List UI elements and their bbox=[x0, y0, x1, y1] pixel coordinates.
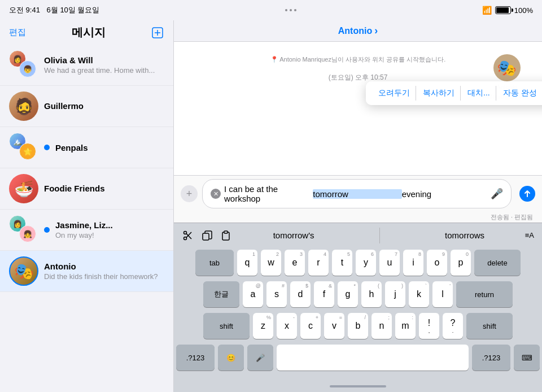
chat-messages: 🎭 Antonio Antonio님의 위치 📍 Antonio Manriqu… bbox=[174, 42, 542, 175]
toolbar-copy-btn[interactable]: 복사하기 bbox=[417, 86, 461, 101]
numbers-key-right[interactable]: .?123 bbox=[472, 345, 510, 371]
clear-input-button[interactable]: ✕ bbox=[211, 189, 221, 199]
autocomplete-suggestions: tomorrow's tomorrows bbox=[237, 228, 521, 243]
toolbar-replace-btn[interactable]: 대치... bbox=[462, 86, 496, 101]
key-y[interactable]: 6y bbox=[356, 250, 376, 276]
conv-name: Guillermo bbox=[44, 101, 164, 111]
conversation-item-penpals[interactable]: 🏔️ 🌟 Penpals bbox=[0, 127, 173, 168]
wifi-icon: 📶 bbox=[482, 6, 492, 15]
edit-button[interactable]: 편집 bbox=[9, 27, 26, 38]
antonio-avatar: 🎭 bbox=[493, 54, 521, 81]
input-text-area: I can be at the workshop tomorrow evenin… bbox=[224, 184, 491, 203]
conversation-item-jasmine[interactable]: 👩 👧 Jasmine, Liz... On my way! bbox=[0, 210, 173, 251]
key-p[interactable]: 0p bbox=[451, 250, 471, 276]
key-h[interactable]: (h bbox=[361, 281, 382, 307]
battery-icon bbox=[495, 6, 511, 14]
chat-contact-name[interactable]: Antonio › bbox=[338, 25, 378, 37]
key-j[interactable]: )j bbox=[385, 281, 405, 307]
toolbar-autocomplete-btn[interactable]: 자동 완성 bbox=[497, 86, 542, 101]
key-g[interactable]: *g bbox=[338, 281, 358, 307]
delete-key[interactable]: delete bbox=[474, 250, 521, 276]
conv-preview: On my way! bbox=[55, 231, 164, 239]
add-attachment-button[interactable]: + bbox=[181, 185, 198, 202]
key-v[interactable]: =v bbox=[324, 313, 344, 339]
compose-button[interactable] bbox=[151, 26, 164, 40]
svg-point-3 bbox=[184, 231, 187, 234]
suggestion-tomorrows[interactable]: tomorrow's bbox=[266, 228, 321, 242]
send-button[interactable] bbox=[519, 186, 535, 202]
key-q[interactable]: 1q bbox=[237, 250, 257, 276]
key-m[interactable]: :m bbox=[395, 313, 416, 339]
tab-key[interactable]: tab bbox=[195, 250, 234, 276]
conv-name: Jasmine, Liz... bbox=[55, 220, 164, 230]
conversation-item-foodie-friends[interactable]: 🍜 Foodie Friends bbox=[0, 168, 173, 210]
unread-dot-jasmine bbox=[44, 227, 50, 233]
conversation-item-guillermo[interactable]: 🧔 Guillermo bbox=[0, 86, 173, 127]
sub-avatar-liz: 👧 bbox=[19, 225, 36, 242]
sub-avatar-will: 👦 bbox=[19, 60, 36, 77]
key-e[interactable]: 3e bbox=[285, 250, 305, 276]
space-key[interactable] bbox=[277, 345, 469, 371]
key-exclaim[interactable]: !, bbox=[419, 313, 439, 339]
home-bar bbox=[330, 385, 386, 387]
conversation-item-antonio[interactable]: 🎭 Antonio Did the kids finish their home… bbox=[0, 251, 173, 292]
group-avatar-penpals: 🏔️ 🌟 bbox=[9, 133, 38, 162]
key-o[interactable]: 9o bbox=[427, 250, 447, 276]
key-question[interactable]: ?. bbox=[443, 313, 463, 339]
key-t[interactable]: 5t bbox=[332, 250, 352, 276]
input-text-before: I can be at the workshop bbox=[224, 184, 313, 203]
key-w[interactable]: 2w bbox=[261, 250, 281, 276]
keyboard-row-4: .?123 😊 🎤 .?123 ⌨ bbox=[176, 345, 540, 371]
location-share-icon: 📍 bbox=[270, 56, 278, 63]
key-f[interactable]: &f bbox=[314, 281, 334, 307]
key-r[interactable]: 4r bbox=[308, 250, 329, 276]
keyboard-row-3: shift %z -x +c =v /b ;n :m !, ?. shift bbox=[176, 313, 540, 339]
keyboard-switch-key[interactable]: ⌨ bbox=[514, 345, 540, 371]
key-x[interactable]: -x bbox=[277, 313, 297, 339]
key-d[interactable]: $d bbox=[290, 281, 311, 307]
autocomplete-bar: tomorrow's tomorrows ≡A bbox=[174, 223, 542, 247]
shift-key-right[interactable]: shift bbox=[466, 313, 513, 339]
status-center bbox=[285, 9, 296, 11]
key-z[interactable]: %z bbox=[253, 313, 273, 339]
return-key[interactable]: return bbox=[456, 281, 513, 307]
scissors-icon[interactable] bbox=[180, 227, 196, 244]
sidebar-header: 편집 메시지 bbox=[0, 20, 173, 45]
keyboard-row-2: 한글 @a #s $d &f *g (h )j `k 'l return bbox=[176, 281, 540, 307]
input-text-after: evening bbox=[402, 189, 491, 199]
message-input-container: + ✕ I can be at the workshop tomorrow ev… bbox=[174, 175, 542, 212]
message-input-field[interactable]: ✕ I can be at the workshop tomorrow even… bbox=[202, 179, 512, 208]
key-n[interactable]: ;n bbox=[371, 313, 392, 339]
key-c[interactable]: +c bbox=[300, 313, 321, 339]
svg-point-4 bbox=[184, 237, 187, 239]
copy-icon[interactable] bbox=[199, 227, 216, 244]
key-k[interactable]: `k bbox=[409, 281, 429, 307]
paste-icon[interactable] bbox=[218, 227, 235, 244]
conv-preview: We had a great time. Home with... bbox=[44, 66, 164, 75]
key-u[interactable]: 7u bbox=[379, 250, 400, 276]
dot3 bbox=[294, 9, 296, 11]
input-text-selected: tomorrow bbox=[313, 189, 401, 199]
toolbar-cut-btn[interactable]: 오려두기 bbox=[373, 86, 416, 101]
status-bar: 오전 9:41 6월 10일 월요일 📶 100% bbox=[0, 0, 542, 20]
unread-dot bbox=[44, 145, 50, 150]
main-layout: 편집 메시지 👩 👦 Olivia & Will We had a g bbox=[0, 20, 542, 392]
key-s[interactable]: #s bbox=[266, 281, 287, 307]
numbers-key-left[interactable]: .?123 bbox=[176, 345, 215, 371]
key-b[interactable]: /b bbox=[348, 313, 368, 339]
conv-name: Foodie Friends bbox=[44, 184, 164, 193]
hangul-key[interactable]: 한글 bbox=[203, 281, 239, 307]
key-i[interactable]: 8i bbox=[403, 250, 423, 276]
conv-name: Antonio bbox=[44, 262, 164, 271]
voice-input-button[interactable]: 🎤 bbox=[491, 188, 503, 200]
emoji-key[interactable]: 😊 bbox=[218, 345, 244, 371]
dictation-key[interactable]: 🎤 bbox=[247, 345, 273, 371]
key-l[interactable]: 'l bbox=[432, 281, 453, 307]
shift-key-left[interactable]: shift bbox=[203, 313, 250, 339]
suggestion-tomorrows-alt[interactable]: tomorrows bbox=[438, 228, 491, 242]
conversations-list: 👩 👦 Olivia & Will We had a great time. H… bbox=[0, 45, 173, 392]
conversation-item-olivia-will[interactable]: 👩 👦 Olivia & Will We had a great time. H… bbox=[0, 45, 173, 86]
key-a[interactable]: @a bbox=[243, 281, 263, 307]
status-time-date: 오전 9:41 6월 10일 월요일 bbox=[9, 5, 99, 15]
aa-icon[interactable]: ≡A bbox=[523, 229, 536, 242]
